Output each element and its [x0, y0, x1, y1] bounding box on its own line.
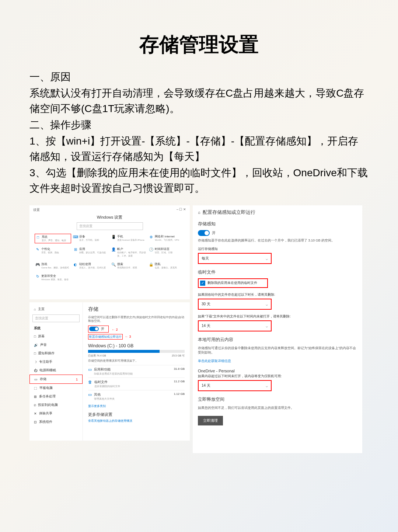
item-label: 设备	[79, 234, 99, 239]
nav-icon: ▭	[34, 378, 38, 381]
settings-item[interactable]: ✎ 个性化 背景、锁屏、颜色	[35, 246, 71, 258]
more-link[interactable]: 查看其他驱动器上的存储使用情况	[88, 419, 185, 423]
drive-title: Windows (C:) - 100 GB	[88, 343, 185, 348]
storage-sense-toggle[interactable]	[89, 327, 99, 331]
storage-window-screenshot: ⌂ 主页 查找设置 系统 □ 屏幕🔊 声音□ 通知和操作☽ 专注助手⏻ 电源和睡…	[29, 302, 190, 441]
item-icon: ⊕	[149, 234, 153, 239]
run-label: 运行存储感知	[198, 247, 357, 251]
settings-item-update[interactable]: ↻ 更新和安全 Windows 更新、恢复、备份	[35, 273, 69, 282]
home-icon[interactable]: ⌂	[198, 210, 200, 215]
settings-item[interactable]: 📱 手机 连接 Android 设备和 iPhone	[111, 234, 147, 243]
temp-title: 临时文件	[198, 269, 357, 275]
nav-icon: ☽	[34, 360, 37, 364]
storage-item[interactable]: 🗑 临时文件 选择要删除的临时文件 11.2 GB	[88, 378, 185, 390]
temp-checkbox[interactable]: ✓	[200, 281, 205, 286]
show-more-link[interactable]: 显示更多类别	[88, 404, 185, 408]
settings-item[interactable]: ⊞ 应用 卸载、默认应用、可选功能	[73, 246, 109, 258]
used-label: 已使用 74.4 GB	[88, 354, 106, 358]
nav-label: 存储	[40, 377, 46, 382]
sense-title: 存储感知	[198, 221, 357, 227]
storage-item-name: 应用和功能	[94, 367, 133, 372]
item-label: 帐户	[117, 247, 146, 251]
nav-item[interactable]: ✕ 体验共享	[29, 409, 83, 418]
item-icon: ⊞	[73, 247, 78, 251]
item-icon: □	[36, 235, 40, 239]
settings-item[interactable]: 🎮 游戏 Game Bar、捕获、游戏模式	[35, 261, 71, 270]
nav-item[interactable]: 🔊 声音	[29, 341, 83, 349]
storage-item-icon: ▭	[88, 392, 92, 401]
nav-icon: 🔊	[34, 343, 38, 347]
more-title: 更多存储设置	[88, 412, 185, 417]
nav-label: 电源和睡眠	[39, 368, 56, 373]
nav-icon: ⬚	[34, 386, 37, 390]
sense-toggle[interactable]	[198, 230, 210, 236]
nav-item[interactable]: ⊡ 系统组件	[29, 418, 83, 426]
download-select[interactable]: 14 天	[198, 320, 272, 331]
item-label: 游戏	[41, 262, 69, 266]
settings-search[interactable]: 查找设置	[77, 222, 143, 230]
configure-link[interactable]: 配置存储感知或立即运行	[88, 334, 123, 340]
settings-item[interactable]: 🔍 搜索 查找我的文件、权限	[111, 261, 147, 270]
settings-item[interactable]: 🔒 隐私 位置、摄像头、麦克风	[148, 261, 185, 270]
nav-item[interactable]: ☽ 专注助手	[29, 358, 83, 366]
storage-item[interactable]: ▭ 其他 管理其他大文件夹 1.12 GB	[88, 390, 185, 403]
storage-item-icon: 🗑	[88, 380, 92, 388]
nav-label: 屏幕	[38, 334, 45, 339]
item-desc: 位置、摄像头、麦克风	[155, 266, 177, 270]
storage-item[interactable]: ▭ 应用和功能 卸载未使用或不想要的应用和功能 31.8 GB	[88, 365, 185, 378]
sense-desc: 存储感知基于你在此处选择的频率运行。在过去的一个月中，我们已清理了 3.10 G…	[198, 238, 357, 243]
settings-item[interactable]: ⌨ 设备 蓝牙、打印机、鼠标	[73, 234, 109, 243]
sidebar-home[interactable]: ⌂ 主页	[29, 305, 83, 313]
onedrive-select[interactable]: 14 天	[198, 380, 272, 391]
item-icon: 🎮	[35, 262, 40, 267]
settings-item[interactable]: □ 系统 显示、声音、通知、电源	[35, 234, 71, 243]
nav-item[interactable]: ⬚ 平板电脑	[29, 384, 83, 392]
cloud-link[interactable]: 单击此处获取详细信息	[198, 359, 357, 364]
settings-item[interactable]: ◐ 轻松使用 讲述人、放大镜、高对比度	[73, 261, 109, 270]
step1-text: 1、按【win+i】打开设置-【系统】-【存储】-【配置存储感知】，开启存储感知…	[29, 133, 369, 164]
nav-item[interactable]: □ 通知和操作	[29, 349, 83, 358]
nav-icon: □	[34, 352, 36, 355]
settings-item[interactable]: 🕐 时间和语言 语音、区域、日期	[148, 246, 185, 258]
nav-item[interactable]: □ 屏幕	[29, 332, 83, 341]
storage-item-size: 1.12 GB	[174, 392, 185, 396]
item-label: 搜索	[117, 262, 137, 266]
free-desc: 如果您的空间不足，我们可以尝试使用此页面上的设置清理文件。	[198, 406, 357, 410]
settings-item[interactable]: ⊕ 网络和 Internet WLAN、飞行模式、VPN	[148, 234, 185, 243]
nav-item[interactable]: ⎚ 投影到此电脑	[29, 401, 83, 409]
item-icon: 🔍	[111, 262, 116, 267]
nav-label: 体验共享	[39, 411, 52, 416]
sense-toggle-label: 开	[212, 230, 216, 236]
item-label: 应用	[79, 247, 106, 251]
item-icon: ⌨	[73, 234, 78, 239]
item-label: 网络和 Internet	[155, 234, 179, 239]
item-desc: 讲述人、放大镜、高对比度	[79, 266, 106, 270]
sidebar-section: 系统	[29, 324, 83, 332]
nav-item[interactable]: ⊞ 多任务处理	[29, 392, 83, 401]
nav-item[interactable]: ⏻ 电源和睡眠	[29, 366, 83, 375]
settings-title: Windows 设置	[33, 215, 186, 220]
settings-item[interactable]: 👤 帐户 你的帐户、电子邮件、同步设置、工作、家庭	[111, 246, 147, 258]
marker-2: ← 2	[112, 328, 118, 331]
item-icon: ◐	[73, 262, 78, 267]
nav-icon: ⎚	[34, 403, 36, 407]
sidebar-search[interactable]: 查找设置	[32, 314, 80, 322]
item-icon: ✎	[35, 247, 40, 251]
update-icon: ↻	[35, 274, 40, 278]
nav-icon: ⊞	[34, 395, 37, 399]
section1-label: 一、原因	[29, 69, 369, 85]
body-text: 一、原因 系统默认没有打开自动清理，会导致缓存在C盘占用越来越大，导致C盘存储空…	[29, 69, 369, 196]
recycle-select[interactable]: 30 天	[198, 299, 272, 310]
storage-sidebar: ⌂ 主页 查找设置 系统 □ 屏幕🔊 声音□ 通知和操作☽ 专注助手⏻ 电源和睡…	[29, 302, 83, 441]
nav-icon: ⏻	[34, 369, 37, 372]
nav-label: 专注助手	[39, 359, 52, 364]
nav-item[interactable]: ▭ 存储1	[29, 375, 83, 384]
run-select[interactable]: 每天	[198, 253, 272, 264]
clean-now-button[interactable]: 立即清理	[198, 416, 223, 425]
configure-sense-screenshot: ⌂ 配置存储感知或立即运行 存储感知 开 存储感知基于你在此处选择的频率运行。在…	[193, 205, 362, 453]
item-icon: 🕐	[149, 247, 153, 251]
item-desc: 连接 Android 设备和 iPhone	[117, 239, 144, 242]
item-icon: 🔒	[149, 262, 153, 267]
item-icon: 📱	[111, 234, 116, 239]
item-desc: 蓝牙、打印机、鼠标	[79, 239, 99, 242]
